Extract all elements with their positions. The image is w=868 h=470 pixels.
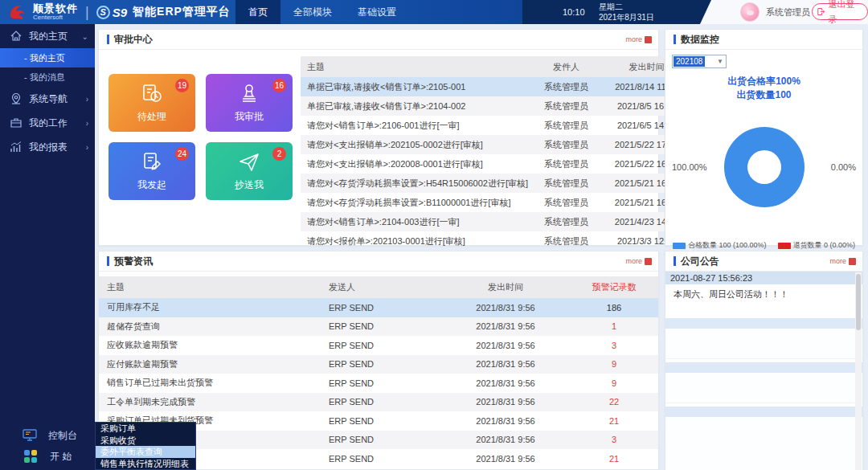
cell-count: 3 bbox=[570, 435, 658, 444]
start-button[interactable]: 开 始 bbox=[0, 447, 95, 466]
tab-basic-settings[interactable]: 基础设置 bbox=[345, 0, 409, 24]
console-button[interactable]: 控制台 bbox=[0, 426, 95, 445]
cell-subject: 应收账款逾期预警 bbox=[99, 339, 329, 351]
tile-initiated-by-me[interactable]: 24 我发起 bbox=[108, 142, 195, 200]
topbar-user-area: 系统管理员 退出登录 bbox=[700, 0, 868, 24]
platform-title: 智能ERP管理平台 bbox=[133, 5, 231, 19]
company-logo-swirl-icon bbox=[6, 2, 27, 22]
table-row[interactable]: 请您对<存货浮动耗损率设置>:B11000001进行[审核]系统管理员2021/… bbox=[301, 193, 689, 212]
sidebar-item-label: 我的报表 bbox=[29, 141, 68, 154]
sidebar-subitem-my-home[interactable]: - 我的主页 bbox=[0, 48, 95, 67]
cell-time: 2021/8/31 9:56 bbox=[441, 321, 570, 331]
announcement-empty-slot bbox=[665, 329, 862, 359]
pin-icon bbox=[10, 92, 23, 105]
chevron-right-icon: › bbox=[86, 95, 88, 104]
chart-icon bbox=[10, 141, 23, 153]
cell-subject: 工令单到期未完成预警 bbox=[99, 396, 329, 408]
legend-item-return: 退货数量 0 (0.00%) bbox=[778, 240, 856, 251]
clock-date: 星期二 2021年8月31日 bbox=[599, 2, 654, 22]
pending-doc-clock-icon bbox=[140, 82, 164, 106]
col-sender: 发送人 bbox=[329, 281, 441, 293]
donut-chart: 100.00% 0.00% bbox=[665, 107, 862, 227]
cell-subject: 请您对<存货浮动耗损率设置>:B11000001进行[审核] bbox=[301, 197, 528, 209]
alerts-more-button[interactable]: more bbox=[625, 257, 652, 265]
cell-sender: 系统管理员 bbox=[528, 139, 604, 151]
cell-subject: 单据已审核,请接收<销售订单>:2105-001 bbox=[301, 81, 528, 93]
more-icon bbox=[849, 258, 856, 265]
cell-subject: 超储存货查询 bbox=[99, 321, 329, 333]
main-nav: 首页 全部模块 基础设置 bbox=[235, 0, 409, 24]
table-row[interactable]: 销售订单已过期未出货预警ERP SEND2021/8/31 9:569 bbox=[99, 374, 658, 393]
cell-time: 2021/8/31 9:56 bbox=[441, 454, 570, 464]
approval-table-header: 主题 发件人 发出时间 bbox=[301, 56, 689, 77]
table-row[interactable]: 请您对<销售订单>:2106-001进行[一审]系统管理员2021/6/5 14… bbox=[301, 116, 689, 135]
sidebar: 我的主页 ⌄ - 我的主页 - 我的消息 系统导航 › 我的工作 › 我的报表 … bbox=[0, 24, 95, 470]
period-select[interactable]: 202108 ▼ bbox=[672, 55, 727, 68]
topbar: 顺景软件 Centersoft | S S9 智能ERP管理平台 首页 全部模块… bbox=[0, 0, 868, 24]
table-row[interactable]: 单据已审核,请接收<销售订单>:2104-002系统管理员2021/8/5 16… bbox=[301, 96, 689, 116]
table-row[interactable]: 可用库存不足ERP SEND2021/8/31 9:56186 bbox=[99, 298, 658, 317]
sidebar-item-my-home[interactable]: 我的主页 ⌄ bbox=[0, 24, 95, 48]
ship-qty-text: 出货数量100 bbox=[665, 88, 862, 102]
menu-item-outsourcing-balance-query[interactable]: 委外平衡表查询 bbox=[96, 446, 195, 458]
table-row[interactable]: 请您对<销售订单>:2104-003进行[一审]系统管理员2021/4/23 1… bbox=[301, 212, 689, 231]
table-row[interactable]: 请您对<支出报销单>:202008-0001进行[审核]系统管理员2021/5/… bbox=[301, 154, 689, 174]
cell-sender: 系统管理员 bbox=[528, 178, 604, 190]
cell-subject: 请您对<存货浮动耗损率设置>:H54R15006002进行[审核] bbox=[301, 178, 528, 190]
approval-more-button[interactable]: more bbox=[625, 35, 652, 43]
tile-pending[interactable]: 19 待处理 bbox=[108, 74, 195, 132]
chevron-right-icon: › bbox=[86, 119, 88, 128]
legend-swatch-red bbox=[778, 243, 791, 249]
table-row[interactable]: 请您对<报价单>:202103-0001进行[审核]系统管理员2021/3/3 … bbox=[301, 231, 689, 251]
tile-my-approvals[interactable]: 16 我审批 bbox=[206, 74, 293, 132]
scrollbar-thumb[interactable] bbox=[856, 274, 861, 330]
user-avatar[interactable] bbox=[740, 2, 760, 22]
data-monitor-title: 数据监控 bbox=[681, 33, 719, 47]
table-row[interactable]: 单据已审核,请接收<销售订单>:2105-001系统管理员2021/8/14 1… bbox=[301, 77, 689, 96]
sidebar-item-my-reports[interactable]: 我的报表 › bbox=[0, 135, 95, 159]
col-subject: 主题 bbox=[301, 61, 528, 73]
announcements-scrollbar[interactable] bbox=[855, 272, 862, 470]
table-row[interactable]: 工令单到期未完成预警ERP SEND2021/8/31 9:5622 bbox=[99, 393, 658, 412]
sidebar-subitem-my-messages[interactable]: - 我的消息 bbox=[0, 67, 95, 87]
cell-sender: ERP SEND bbox=[329, 397, 441, 407]
cell-subject: 应付账款逾期预警 bbox=[99, 358, 329, 370]
menu-item-sales-execution-report[interactable]: 销售单执行情况明细表 bbox=[96, 458, 195, 470]
menu-item-purchase-order[interactable]: 采购订单 bbox=[96, 423, 195, 435]
legend-label: 合格数量 100 (100.00%) bbox=[688, 241, 767, 249]
tab-home[interactable]: 首页 bbox=[235, 0, 280, 24]
table-row[interactable]: 请您对<存货浮动耗损率设置>:H54R15006002进行[审核]系统管理员20… bbox=[301, 174, 689, 193]
start-icon bbox=[24, 450, 37, 463]
title-accent-bar bbox=[674, 256, 676, 266]
cell-sender: 系统管理员 bbox=[528, 216, 604, 228]
announcements-panel: 公司公告 more 2021-08-27 15:56:23 本周六、周日公司活动… bbox=[665, 251, 863, 470]
tile-cc-to-me[interactable]: 2 抄送我 bbox=[206, 142, 293, 200]
sidebar-item-system-nav[interactable]: 系统导航 › bbox=[0, 87, 95, 111]
logout-button[interactable]: 退出登录 bbox=[812, 3, 868, 20]
title-accent-bar bbox=[107, 35, 109, 44]
table-row[interactable]: 超储存货查询ERP SEND2021/8/31 9:561 bbox=[99, 317, 658, 337]
cell-subject: 可用库存不足 bbox=[99, 301, 329, 313]
more-icon bbox=[645, 36, 652, 43]
table-row[interactable]: 应收账款逾期预警ERP SEND2021/8/31 9:563 bbox=[99, 336, 658, 355]
tab-all-modules[interactable]: 全部模块 bbox=[280, 0, 345, 24]
table-row[interactable]: 请您对<支出报销单>:202105-0002进行[审核]系统管理员2021/5/… bbox=[301, 135, 689, 154]
logout-icon bbox=[817, 7, 825, 16]
home-icon bbox=[10, 30, 23, 43]
sidebar-item-label: 我的工作 bbox=[29, 116, 68, 130]
menu-item-purchase-receipt[interactable]: 采购收货 bbox=[96, 435, 195, 447]
announcement-empty-band bbox=[665, 362, 862, 373]
weekday: 星期二 bbox=[599, 2, 654, 12]
chevron-down-icon: ⌄ bbox=[82, 32, 88, 41]
more-icon bbox=[645, 258, 652, 265]
more-label: more bbox=[625, 35, 642, 43]
date: 2021年8月31日 bbox=[599, 12, 654, 22]
start-label: 开 始 bbox=[50, 450, 72, 464]
console-monitor-icon bbox=[23, 429, 37, 442]
cell-sender: 系统管理员 bbox=[528, 158, 604, 170]
table-row[interactable]: 应付账款逾期预警ERP SEND2021/8/31 9:569 bbox=[99, 355, 658, 374]
cell-sender: 系统管理员 bbox=[528, 100, 604, 112]
sidebar-item-my-work[interactable]: 我的工作 › bbox=[0, 111, 95, 135]
announcements-more-button[interactable]: more bbox=[829, 257, 856, 265]
announcement-content[interactable]: 本周六、周日公司活动！！！ bbox=[665, 284, 862, 315]
